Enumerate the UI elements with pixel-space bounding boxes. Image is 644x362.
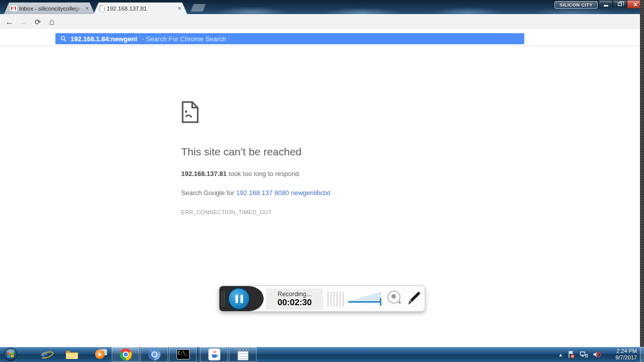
tab-close-icon[interactable] (176, 5, 183, 12)
suggestion-query: 192.168.1.84:newgenl (70, 35, 137, 43)
recording-elapsed: 00:02:30 (277, 298, 311, 308)
error-host: 192.168.137.81 (181, 170, 226, 177)
chrome-icon (120, 348, 132, 360)
action-center-flag-icon[interactable] (567, 350, 575, 358)
volume-slider[interactable] (348, 301, 381, 303)
reload-icon (35, 18, 41, 26)
tab-inbox[interactable]: Inbox - siliconcitycollege (4, 3, 95, 14)
close-icon (633, 0, 637, 9)
java-icon (208, 348, 220, 360)
show-hidden-icons-button[interactable] (559, 351, 562, 358)
recording-status: Recording... (278, 291, 311, 298)
error-detail: took too long to respond. (228, 170, 300, 177)
folder-icon (65, 349, 78, 360)
clock-date: 9/7/2017 (606, 354, 637, 361)
screen: Inbox - siliconcitycollege 192.168.137.8… (0, 0, 644, 362)
windows-explorer-icon[interactable] (65, 348, 78, 361)
system-tray: 2:24 PM 9/7/2017 (559, 347, 640, 362)
wmp-play-icon (95, 349, 105, 359)
taskbar-separator (198, 347, 199, 361)
volume-slider-handle[interactable] (380, 298, 381, 306)
error-title: This site can’t be reached (181, 146, 483, 158)
home-button[interactable] (45, 15, 58, 28)
suggestion-annotation: - Search For Chrome Search (142, 35, 226, 43)
forward-icon (20, 18, 28, 26)
media-player-icon[interactable] (95, 348, 108, 361)
taskbar-notepad-button[interactable] (229, 347, 257, 362)
recorder-left-cap (219, 286, 264, 311)
error-detail-line: 192.168.137.81took too long to respond. (181, 170, 483, 177)
reload-button[interactable] (31, 15, 44, 28)
background-window-edge (640, 0, 644, 347)
annotate-pencil-button[interactable] (407, 291, 421, 306)
error-page: This site can’t be reached 192.168.137.8… (181, 101, 483, 215)
tab-title: Inbox - siliconcitycollege (19, 6, 82, 12)
drag-grip-icon[interactable] (221, 291, 225, 307)
window-controls (599, 0, 644, 9)
chromium-icon (148, 348, 160, 360)
omnibox-dropdown: 192.168.1.84:newgenl - Search For Chrome… (0, 29, 644, 46)
restore-icon (618, 3, 622, 6)
google-search-link[interactable]: 192 168 137 8080 newgenlibctxt (236, 189, 331, 197)
browser-toolbar: 192.168.1.84:newgenl B (0, 14, 644, 29)
command-prompt-icon: C:\_ (177, 349, 190, 359)
taskbar-cmd-button[interactable]: C:\_ (169, 347, 197, 362)
pause-button[interactable] (227, 287, 251, 310)
back-icon (6, 18, 14, 26)
back-button[interactable] (3, 15, 16, 28)
pause-icon (235, 295, 238, 303)
tab-title: 192.168.137.81 (107, 6, 174, 12)
volume-wedge-icon (348, 292, 381, 301)
start-button[interactable] (4, 347, 18, 361)
add-webcam-button[interactable] (387, 291, 400, 304)
error-search-line: Search Google for192 168 137 8080 newgen… (181, 189, 483, 197)
notepad-icon (237, 348, 249, 360)
pause-icon (240, 295, 243, 303)
restore-button[interactable] (613, 0, 627, 9)
search-prefix: Search Google for (181, 189, 234, 197)
page-favicon-icon (100, 6, 105, 12)
forward-button[interactable] (17, 15, 30, 28)
home-icon (49, 17, 55, 26)
minimize-icon (604, 5, 608, 7)
taskbar-java-button[interactable] (200, 347, 228, 362)
audio-level-meter (328, 292, 344, 307)
taskbar-chromium-button[interactable] (140, 347, 168, 362)
sad-page-icon (181, 101, 199, 124)
gmail-favicon-icon (10, 6, 17, 11)
new-tab-button[interactable] (191, 4, 206, 12)
network-icon[interactable] (580, 350, 588, 358)
window-caption: SILICON CITY (554, 1, 598, 9)
taskbar: e C:\_ (0, 347, 644, 362)
window-titlebar: Inbox - siliconcitycollege 192.168.137.8… (0, 0, 644, 14)
tab-active-ip[interactable]: 192.168.137.81 (94, 3, 187, 14)
recorder-timer-box: Recording... 00:02:30 (266, 289, 323, 310)
error-code: ERR_CONNECTION_TIMED_OUT (181, 209, 483, 215)
search-suggestion-row[interactable]: 192.168.1.84:newgenl - Search For Chrome… (55, 33, 524, 44)
minimize-button[interactable] (599, 0, 613, 9)
screen-recorder-bar: Recording... 00:02:30 (219, 286, 425, 312)
clock[interactable]: 2:24 PM 9/7/2017 (606, 348, 637, 361)
search-icon (60, 36, 66, 42)
speaker-muted-icon[interactable] (593, 350, 601, 358)
clock-time: 2:24 PM (606, 348, 637, 354)
internet-explorer-icon[interactable]: e (39, 347, 54, 361)
tab-close-icon[interactable] (84, 5, 91, 12)
show-desktop-button[interactable] (640, 347, 644, 362)
taskbar-chrome-button[interactable] (112, 347, 139, 362)
